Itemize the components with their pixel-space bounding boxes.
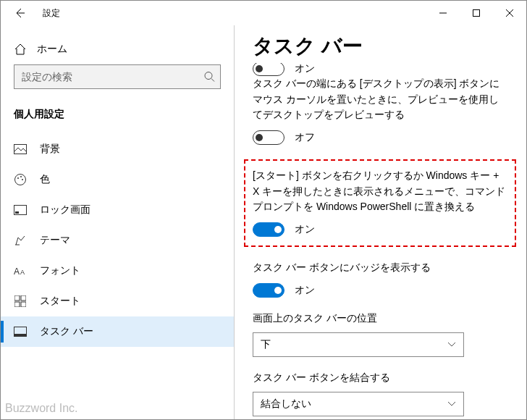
toggle-badges[interactable] [253,283,284,298]
window-title: 設定 [43,7,60,20]
sidebar-item-label: タスク バー [40,325,93,338]
minimize-button[interactable] [426,2,460,24]
sidebar-item-lockscreen[interactable]: ロック画面 [1,195,234,225]
svg-rect-12 [21,295,26,301]
sidebar-item-label: ロック画面 [40,203,90,217]
svg-point-6 [22,179,23,180]
taskbar-position-select[interactable]: 下 [253,332,464,357]
sidebar-item-label: テーマ [40,234,70,247]
partial-toggle: オン [253,63,340,76]
sidebar-item-themes[interactable]: テーマ [1,225,234,256]
select-value: 結合しない [261,398,311,411]
sidebar-item-start[interactable]: スタート [1,286,234,316]
setting-description: タスク バー ボタンにバッジを表示する [253,260,507,276]
sidebar-item-label: 背景 [40,143,60,156]
start-icon [14,295,27,308]
close-button[interactable] [493,2,526,24]
search-icon [204,72,215,83]
svg-point-4 [17,177,19,179]
palette-icon [14,173,27,186]
titlebar: 設定 [1,1,526,25]
home-link[interactable]: ホーム [1,38,234,64]
svg-rect-2 [14,145,27,154]
setting-preview-desktop: タスク バーの端にある [デスクトップの表示] ボタンにマウス カーソルを置いた… [253,76,507,145]
setting-description: [スタート] ボタンを右クリックするか Windows キー + X キーを押し… [253,168,507,215]
picture-icon [14,143,27,156]
toggle-state-label: オフ [295,131,315,144]
toggle-state-label: オン [295,223,315,236]
sidebar-item-label: スタート [40,295,80,308]
field-label: 画面上のタスク バーの位置 [253,312,507,325]
toggle-state-label: オン [295,284,315,297]
select-value: 下 [261,338,271,351]
sidebar-item-fonts[interactable]: AA フォント [1,256,234,286]
svg-point-1 [205,72,212,80]
svg-rect-8 [15,211,19,214]
svg-rect-11 [14,295,20,301]
back-button[interactable] [11,4,28,22]
sidebar-item-background[interactable]: 背景 [1,134,234,164]
toggle-preview-desktop[interactable] [253,130,284,145]
sidebar-item-label: フォント [40,264,80,277]
sidebar: ホーム 個人用設定 背景 色 [1,25,234,419]
window-controls [426,2,526,24]
search-input[interactable] [14,64,221,89]
field-label: タスク バー ボタンを結合する [253,371,507,385]
toggle-pill[interactable] [253,63,284,76]
home-label: ホーム [37,43,67,56]
content-pane: タスク バー オン タスク バーの端にある [デスクトップの表示] ボタンにマウ… [234,25,526,419]
svg-rect-16 [14,334,27,337]
svg-rect-14 [21,302,26,307]
sidebar-item-label: 色 [40,173,50,186]
setting-badges: タスク バー ボタンにバッジを表示する オン [253,260,507,298]
chevron-down-icon [447,401,456,407]
maximize-button[interactable] [460,2,493,24]
toggle-state-label: オン [295,63,315,75]
watermark: Buzzword Inc. [5,402,77,415]
toggle-powershell-replace[interactable] [253,222,284,237]
theme-icon [14,234,27,247]
highlighted-setting: [スタート] ボタンを右クリックするか Windows キー + X キーを押し… [244,159,516,247]
search-box [14,64,221,89]
page-title: タスク バー [253,33,507,60]
combine-buttons-select[interactable]: 結合しない [253,392,464,416]
nav-list: 背景 色 ロック画面 テーマ [1,128,234,347]
home-icon [14,43,27,56]
section-header: 個人用設定 [1,98,234,128]
svg-text:A: A [14,266,20,277]
taskbar-position-field: 画面上のタスク バーの位置 下 [253,312,507,357]
setting-description: タスク バーの端にある [デスクトップの表示] ボタンにマウス カーソルを置いた… [253,76,507,123]
taskbar-icon [14,325,27,338]
svg-rect-13 [14,302,20,307]
svg-rect-0 [473,10,480,17]
sidebar-item-colors[interactable]: 色 [1,164,234,195]
svg-point-5 [20,176,22,177]
svg-point-3 [15,175,26,185]
svg-text:A: A [20,269,25,276]
lockscreen-icon [14,203,27,217]
divider [234,25,235,419]
chevron-down-icon [447,342,456,348]
font-icon: AA [14,264,27,277]
combine-buttons-field: タスク バー ボタンを結合する 結合しない [253,371,507,416]
sidebar-item-taskbar[interactable]: タスク バー [1,316,234,347]
